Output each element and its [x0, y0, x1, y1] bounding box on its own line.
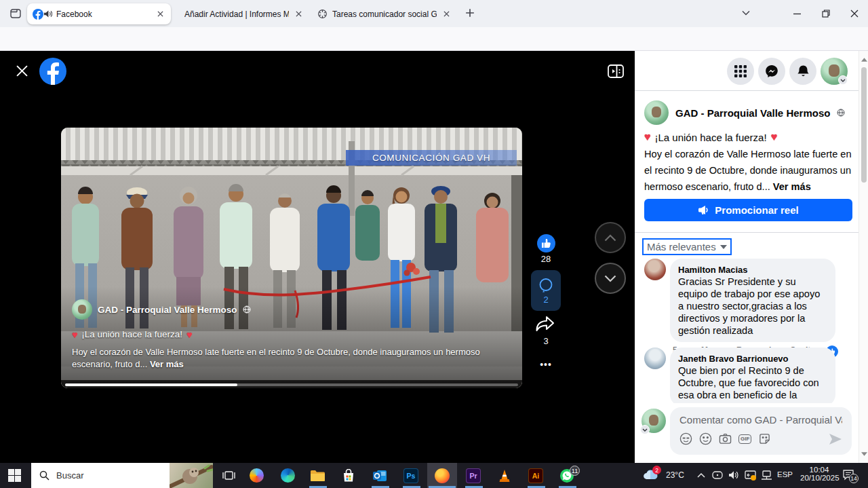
- teamviewer-tray-icon[interactable]: [745, 470, 756, 480]
- scroll-down-icon[interactable]: [861, 452, 867, 456]
- weather-tray-icon[interactable]: 2: [643, 468, 659, 481]
- sort-comments-label: Más relevantes: [647, 241, 716, 252]
- tab-facebook[interactable]: Facebook: [27, 3, 171, 24]
- see-more-link[interactable]: Ver más: [773, 181, 811, 192]
- collapse-comments-icon[interactable]: [608, 64, 624, 78]
- previous-reel-button[interactable]: [595, 222, 626, 253]
- task-view-button[interactable]: [222, 469, 235, 482]
- taskbar-store-icon[interactable]: [334, 463, 363, 488]
- video-banner-text: COMUNICACIÓN GAD VH: [372, 153, 490, 163]
- firefox-view-button[interactable]: [8, 7, 23, 20]
- tab-tareas[interactable]: Tareas comunicador social GAD: [312, 3, 457, 24]
- start-button[interactable]: [8, 469, 21, 482]
- sticker-icon[interactable]: [758, 432, 771, 445]
- next-reel-button[interactable]: [595, 263, 626, 294]
- share-button[interactable]: [535, 316, 555, 333]
- volume-icon[interactable]: [728, 470, 739, 480]
- taskbar-explorer-icon[interactable]: [302, 463, 332, 488]
- composer-box[interactable]: Comentar como GAD - Parroquial Vall... G…: [670, 407, 852, 455]
- network-icon[interactable]: [761, 470, 772, 480]
- close-viewer-icon[interactable]: [16, 65, 28, 77]
- reel-video[interactable]: COMUNICACIÓN GAD VH GAD - Parroquial Val…: [61, 128, 522, 388]
- clock-time: 10:04: [800, 466, 838, 474]
- scroll-up-icon[interactable]: [861, 58, 867, 62]
- like-button[interactable]: [537, 234, 555, 252]
- page-avatar[interactable]: [644, 100, 669, 125]
- search-box[interactable]: Buscar: [31, 463, 213, 488]
- page-name[interactable]: GAD - Parroquial Valle Hermoso: [675, 107, 830, 119]
- composer-avatar-wrap[interactable]: [642, 409, 666, 433]
- browser-tab-strip: Facebook Añadir Actividad | Informes Men…: [0, 0, 868, 27]
- notifications-button[interactable]: [789, 58, 816, 85]
- comment-bubble[interactable]: Janeth Bravo Barrionuevo Que bien por el…: [670, 348, 835, 407]
- tray-meet-icon[interactable]: [712, 470, 723, 480]
- send-icon[interactable]: [829, 433, 842, 445]
- taskbar-outlook-icon[interactable]: [365, 463, 395, 488]
- notification-center-icon[interactable]: 14: [842, 469, 854, 481]
- video-intro-text: ¡La unión hace la fuerza!: [81, 329, 182, 341]
- promote-reel-button[interactable]: Promocionar reel: [644, 199, 852, 221]
- video-page-name[interactable]: GAD - Parroquial Valle Hermoso: [98, 305, 237, 315]
- avatar-sticker-icon[interactable]: [679, 432, 692, 445]
- window-close-button[interactable]: [850, 10, 859, 18]
- tab-close-icon[interactable]: [293, 9, 304, 20]
- new-tab-button[interactable]: [465, 8, 475, 18]
- video-progress-bar[interactable]: [65, 383, 518, 386]
- more-options-button[interactable]: •••: [531, 359, 561, 370]
- tray-alert-dot: [751, 475, 756, 481]
- search-sloth-image: [170, 463, 213, 488]
- video-page-row[interactable]: GAD - Parroquial Valle Hermoso: [72, 299, 251, 320]
- tray-expand-icon[interactable]: [697, 472, 705, 478]
- clock[interactable]: 10:04 20/10/2025: [800, 466, 838, 482]
- commenter-avatar[interactable]: [644, 348, 666, 369]
- like-count: 28: [531, 254, 561, 264]
- window-minimize-button[interactable]: [793, 13, 802, 15]
- sort-comments-dropdown[interactable]: Más relevantes: [642, 238, 732, 255]
- composer-chevron-badge[interactable]: [640, 425, 650, 434]
- comment-button[interactable]: 2: [531, 270, 561, 311]
- megaphone-icon: [698, 205, 709, 215]
- see-more-link[interactable]: Ver más: [150, 359, 184, 369]
- page-avatar[interactable]: [72, 299, 92, 320]
- comment-input[interactable]: Comentar como GAD - Parroquial Vall...: [679, 414, 842, 426]
- illustrator-label: Ai: [528, 468, 543, 483]
- taskbar-illustrator-icon[interactable]: Ai: [521, 463, 551, 488]
- taskbar-firefox-icon[interactable]: [427, 463, 457, 488]
- browser-toolbar: www.facebook.com/reel/1326010485580046 S: [0, 27, 868, 51]
- search-placeholder: Buscar: [56, 470, 170, 481]
- premiere-label: Pr: [466, 468, 481, 483]
- clock-date: 20/10/2025: [800, 474, 838, 482]
- comment-author[interactable]: Hamilton Macias: [678, 264, 827, 276]
- scrollbar-thumb[interactable]: [861, 67, 867, 183]
- page-header-row[interactable]: GAD - Parroquial Valle Hermoso: [644, 100, 845, 125]
- whatsapp-badge: 11: [570, 466, 580, 476]
- video-caption[interactable]: Hoy el corazón de Valle Hermoso late fue…: [72, 346, 514, 371]
- taskbar-vlc-icon[interactable]: [490, 463, 519, 488]
- language-indicator[interactable]: ESP: [777, 470, 793, 478]
- comment-bubble[interactable]: Hamilton Macias Gracias Sr Presidente y …: [670, 259, 835, 342]
- emoji-icon[interactable]: [699, 432, 712, 445]
- reel-sidebar: GAD - Parroquial Valle Hermoso ♥ ¡La uni…: [635, 51, 868, 463]
- tab-audio-icon[interactable]: [43, 10, 52, 18]
- taskbar-photoshop-icon[interactable]: Ps: [396, 463, 426, 488]
- account-button[interactable]: [821, 58, 848, 85]
- temperature-label[interactable]: 23°C: [666, 470, 684, 480]
- page-scrollbar[interactable]: [859, 51, 868, 463]
- messenger-button[interactable]: [758, 58, 785, 85]
- taskbar-whatsapp-icon[interactable]: 11: [552, 463, 582, 488]
- apps-menu-button[interactable]: [727, 58, 754, 85]
- facebook-logo[interactable]: [39, 58, 66, 85]
- gif-icon[interactable]: GIF: [738, 434, 751, 444]
- tab-close-icon[interactable]: [155, 9, 165, 20]
- comment-author[interactable]: Janeth Bravo Barrionuevo: [678, 353, 827, 364]
- taskbar-edge-icon[interactable]: [273, 463, 302, 488]
- window-restore-button[interactable]: [822, 10, 830, 18]
- commenter-avatar[interactable]: [644, 259, 666, 280]
- divider: [635, 90, 868, 91]
- tab-close-icon[interactable]: [441, 9, 452, 20]
- list-all-tabs-button[interactable]: [742, 10, 750, 16]
- camera-icon[interactable]: [719, 432, 732, 445]
- tab-informes[interactable]: Añadir Actividad | Informes Mensua: [175, 3, 309, 24]
- taskbar-premiere-icon[interactable]: Pr: [458, 463, 488, 488]
- taskbar-copilot-icon[interactable]: [241, 463, 271, 488]
